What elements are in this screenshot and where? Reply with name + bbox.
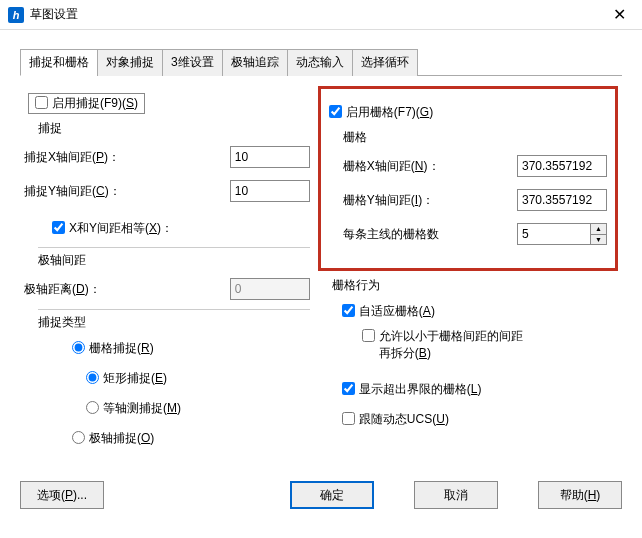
major-lines-label: 每条主线的栅格数: [343, 226, 517, 243]
adaptive-checkbox[interactable]: [342, 304, 355, 317]
tab-bar: 捕捉和栅格 对象捕捉 3维设置 极轴追踪 动态输入 选择循环: [20, 48, 622, 76]
polar-snap-label: 极轴捕捉(O): [89, 430, 154, 447]
snap-y-input[interactable]: [230, 180, 310, 202]
equal-xy-label: X和Y间距相等(X)：: [69, 220, 173, 237]
enable-snap-label: 启用捕捉(F9)(S): [52, 95, 138, 112]
major-lines-input[interactable]: [517, 223, 591, 245]
adaptive-label: 自适应栅格(A): [359, 303, 435, 320]
tab-polar[interactable]: 极轴追踪: [222, 49, 288, 76]
snap-x-label: 捕捉X轴间距(P)：: [24, 149, 230, 166]
snap-x-input[interactable]: [230, 146, 310, 168]
snap-y-label: 捕捉Y轴间距(C)：: [24, 183, 230, 200]
snap-type-label: 捕捉类型: [38, 314, 310, 331]
enable-grid-checkbox[interactable]: [329, 105, 342, 118]
tab-selection[interactable]: 选择循环: [352, 49, 418, 76]
equal-xy-checkbox[interactable]: [52, 221, 65, 234]
iso-snap-label: 等轴测捕捉(M): [103, 400, 181, 417]
grid-behavior-label: 栅格行为: [332, 277, 618, 294]
tab-3d[interactable]: 3维设置: [162, 49, 223, 76]
grid-group-label: 栅格: [343, 129, 607, 146]
grid-y-input[interactable]: [517, 189, 607, 211]
subdivide-checkbox[interactable]: [362, 329, 375, 342]
follow-ucs-checkbox[interactable]: [342, 412, 355, 425]
grid-snap-label: 栅格捕捉(R): [89, 340, 154, 357]
highlight-box: 启用栅格(F7)(G) 栅格 栅格X轴间距(N)： 栅格Y轴间距(I)： 每条主…: [318, 86, 618, 271]
follow-ucs-label: 跟随动态UCS(U): [359, 411, 449, 428]
options-button[interactable]: 选项(P)...: [20, 481, 104, 509]
polar-spacing-label: 极轴间距: [38, 252, 310, 269]
polar-dist-label: 极轴距离(D)：: [24, 281, 230, 298]
close-icon[interactable]: ✕: [596, 0, 642, 30]
subdivide-label: 允许以小于栅格间距的间距 再拆分(B): [379, 328, 523, 362]
polar-snap-radio[interactable]: [72, 431, 85, 444]
grid-x-input[interactable]: [517, 155, 607, 177]
help-button[interactable]: 帮助(H): [538, 481, 622, 509]
show-beyond-checkbox[interactable]: [342, 382, 355, 395]
polar-dist-input: [230, 278, 310, 300]
ok-button[interactable]: 确定: [290, 481, 374, 509]
enable-snap-checkbox[interactable]: [35, 96, 48, 109]
grid-x-label: 栅格X轴间距(N)：: [343, 158, 517, 175]
window-title: 草图设置: [30, 6, 596, 23]
rect-snap-label: 矩形捕捉(E): [103, 370, 167, 387]
spinner-buttons[interactable]: ▲▼: [591, 223, 607, 245]
show-beyond-label: 显示超出界限的栅格(L): [359, 381, 482, 398]
app-icon: h: [8, 7, 24, 23]
tab-object-snap[interactable]: 对象捕捉: [97, 49, 163, 76]
grid-snap-radio[interactable]: [72, 341, 85, 354]
snap-group-label: 捕捉: [38, 120, 310, 137]
iso-snap-radio[interactable]: [86, 401, 99, 414]
tab-dynamic[interactable]: 动态输入: [287, 49, 353, 76]
grid-y-label: 栅格Y轴间距(I)：: [343, 192, 517, 209]
tab-snap-grid[interactable]: 捕捉和栅格: [20, 49, 98, 76]
cancel-button[interactable]: 取消: [414, 481, 498, 509]
enable-grid-label: 启用栅格(F7)(G): [346, 104, 433, 121]
rect-snap-radio[interactable]: [86, 371, 99, 384]
